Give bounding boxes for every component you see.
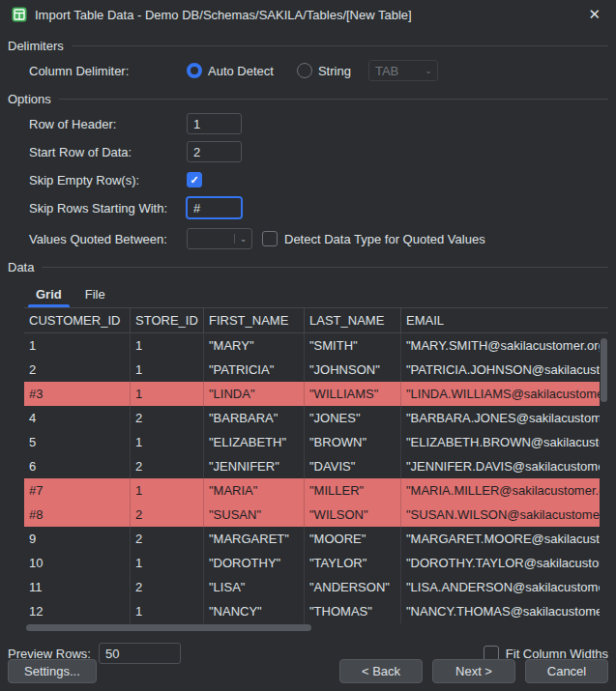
table-cell[interactable]: "BARBARA.JONES@sakilacustomer.org" <box>401 406 608 430</box>
horizontal-scrollbar[interactable] <box>24 623 608 633</box>
table-cell[interactable]: 4 <box>24 406 131 430</box>
table-cell[interactable]: "LISA" <box>204 575 305 599</box>
table-cell[interactable]: 1 <box>131 551 204 575</box>
column-header[interactable]: EMAIL <box>401 308 608 332</box>
close-icon[interactable]: ✕ <box>584 4 604 25</box>
table-cell[interactable]: 2 <box>131 454 204 478</box>
table-cell[interactable]: "SMITH" <box>305 333 401 358</box>
table-header-row: CUSTOMER_IDSTORE_IDFIRST_NAMELAST_NAMEEM… <box>24 308 608 333</box>
detect-data-type-label[interactable]: Detect Data Type for Quoted Values <box>284 232 485 246</box>
table-cell[interactable]: "DOROTHY" <box>204 551 305 575</box>
vertical-scrollbar-thumb[interactable] <box>601 338 607 402</box>
tab-grid[interactable]: Grid <box>24 280 73 307</box>
table-cell[interactable]: "MARIA" <box>204 478 305 503</box>
table-cell[interactable]: 10 <box>24 551 131 575</box>
table-cell[interactable]: "NANCY.THOMAS@sakilacustomer.org" <box>401 599 608 623</box>
string-radio-label[interactable]: String <box>318 64 351 78</box>
row-of-header-input[interactable] <box>187 113 242 134</box>
table-cell[interactable]: "LINDA.WILLIAMS@sakilacustomer.org" <box>401 382 608 406</box>
auto-detect-radio-label[interactable]: Auto Detect <box>208 64 274 78</box>
table-cell[interactable]: "ANDERSON" <box>305 575 401 599</box>
table-cell[interactable]: "BROWN" <box>305 430 401 454</box>
start-row-input[interactable] <box>187 141 242 162</box>
table-cell[interactable]: 2 <box>131 406 204 430</box>
table-cell[interactable]: "LISA.ANDERSON@sakilacustomer.org" <box>401 575 608 599</box>
column-header[interactable]: CUSTOMER_ID <box>24 308 131 332</box>
table-cell[interactable]: "LINDA" <box>204 382 305 406</box>
table-cell[interactable]: "THOMAS" <box>305 599 401 623</box>
table-cell[interactable]: #8 <box>24 503 131 527</box>
auto-detect-radio[interactable] <box>187 63 202 78</box>
table-cell[interactable]: "JENNIFER.DAVIS@sakilacustomer.org" <box>401 454 608 478</box>
table-cell[interactable]: "MARIA.MILLER@sakilacustomer.org" <box>401 478 608 503</box>
table-cell[interactable]: 11 <box>24 575 131 599</box>
table-cell[interactable]: "TAYLOR" <box>305 551 401 575</box>
tab-file[interactable]: File <box>73 280 117 307</box>
table-cell[interactable]: #7 <box>24 478 131 503</box>
column-header[interactable]: LAST_NAME <box>305 308 401 332</box>
next-button[interactable]: Next > <box>432 659 515 683</box>
table-row[interactable]: #71"MARIA""MILLER""MARIA.MILLER@sakilacu… <box>24 478 608 503</box>
table-cell[interactable]: #3 <box>24 382 131 406</box>
skip-empty-rows-checkbox[interactable] <box>187 172 202 187</box>
table-cell[interactable]: "SUSAN.WILSON@sakilacustomer.org" <box>401 503 608 527</box>
table-cell[interactable]: "MARY.SMITH@sakilacustomer.org" <box>401 333 608 358</box>
string-radio[interactable] <box>297 63 312 78</box>
table-cell[interactable]: "ELIZABETH" <box>204 430 305 454</box>
table-cell[interactable]: "DAVIS" <box>305 454 401 478</box>
vertical-scrollbar[interactable] <box>600 334 608 623</box>
table-cell[interactable]: 1 <box>131 478 204 503</box>
settings-button[interactable]: Settings... <box>8 659 97 683</box>
table-row[interactable]: 62"JENNIFER""DAVIS""JENNIFER.DAVIS@sakil… <box>24 454 608 478</box>
table-cell[interactable]: 12 <box>24 599 131 623</box>
cancel-button[interactable]: Cancel <box>525 659 608 683</box>
table-cell[interactable]: "MILLER" <box>305 478 401 503</box>
table-cell[interactable]: 2 <box>24 358 131 382</box>
table-cell[interactable]: "JOHNSON" <box>305 358 401 382</box>
detect-data-type-checkbox[interactable] <box>262 231 278 246</box>
table-row[interactable]: 51"ELIZABETH""BROWN""ELIZABETH.BROWN@sak… <box>24 430 608 454</box>
table-cell[interactable]: 1 <box>24 333 131 358</box>
table-cell[interactable]: 6 <box>24 454 131 478</box>
table-cell[interactable]: "DOROTHY.TAYLOR@sakilacustomer.org" <box>401 551 608 575</box>
table-cell[interactable]: "NANCY" <box>204 599 305 623</box>
table-row[interactable]: 121"NANCY""THOMAS""NANCY.THOMAS@sakilacu… <box>24 599 608 623</box>
table-cell[interactable]: "WILLIAMS" <box>305 382 401 406</box>
table-row[interactable]: 112"LISA""ANDERSON""LISA.ANDERSON@sakila… <box>24 575 608 599</box>
table-row[interactable]: 11"MARY""SMITH""MARY.SMITH@sakilacustome… <box>24 333 608 358</box>
table-cell[interactable]: 2 <box>131 575 204 599</box>
table-cell[interactable]: "SUSAN" <box>204 503 305 527</box>
table-cell[interactable]: "JENNIFER" <box>204 454 305 478</box>
horizontal-scrollbar-thumb[interactable] <box>26 624 311 631</box>
table-row[interactable]: 21"PATRICIA""JOHNSON""PATRICIA.JOHNSON@s… <box>24 358 608 382</box>
table-cell[interactable]: 2 <box>131 527 204 551</box>
table-cell[interactable]: 1 <box>131 358 204 382</box>
table-cell[interactable]: "MOORE" <box>305 527 401 551</box>
table-cell[interactable]: "MARGARET.MOORE@sakilacustomer.org" <box>401 527 608 551</box>
table-cell[interactable]: "ELIZABETH.BROWN@sakilacustomer.org" <box>401 430 608 454</box>
table-cell[interactable]: 1 <box>131 430 204 454</box>
table-cell[interactable]: 1 <box>131 382 204 406</box>
table-cell[interactable]: "JONES" <box>305 406 401 430</box>
table-cell[interactable]: "WILSON" <box>305 503 401 527</box>
column-header[interactable]: STORE_ID <box>131 308 204 332</box>
table-cell[interactable]: "BARBARA" <box>204 406 305 430</box>
table-row[interactable]: 92"MARGARET""MOORE""MARGARET.MOORE@sakil… <box>24 527 608 551</box>
back-button[interactable]: < Back <box>339 659 423 683</box>
table-cell[interactable]: "MARY" <box>204 333 305 358</box>
table-cell[interactable]: 9 <box>24 527 131 551</box>
table-cell[interactable]: 1 <box>131 599 204 623</box>
table-cell[interactable]: "MARGARET" <box>204 527 305 551</box>
table-cell[interactable]: "PATRICIA.JOHNSON@sakilacustomer.org" <box>401 358 608 382</box>
table-cell[interactable]: "PATRICIA" <box>204 358 305 382</box>
column-header[interactable]: FIRST_NAME <box>204 308 305 332</box>
skip-rows-starting-input[interactable] <box>187 197 242 218</box>
values-quoted-dropdown[interactable]: ⌄ <box>187 228 252 249</box>
table-row[interactable]: 101"DOROTHY""TAYLOR""DOROTHY.TAYLOR@saki… <box>24 551 608 575</box>
table-row[interactable]: 42"BARBARA""JONES""BARBARA.JONES@sakilac… <box>24 406 608 430</box>
table-row[interactable]: #31"LINDA""WILLIAMS""LINDA.WILLIAMS@saki… <box>24 382 608 406</box>
table-cell[interactable]: 1 <box>131 333 204 358</box>
table-cell[interactable]: 5 <box>24 430 131 454</box>
table-row[interactable]: #82"SUSAN""WILSON""SUSAN.WILSON@sakilacu… <box>24 503 608 527</box>
table-cell[interactable]: 2 <box>131 503 204 527</box>
